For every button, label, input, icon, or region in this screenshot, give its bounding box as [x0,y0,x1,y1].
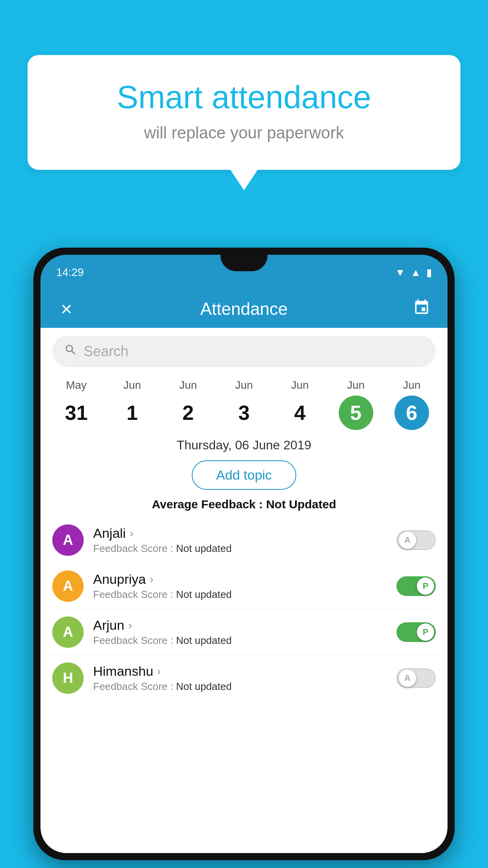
app-content: Search May31Jun1Jun2Jun3Jun4Jun5Jun6 Thu… [40,328,448,853]
avatar: A [52,570,84,602]
cal-date: 31 [59,395,94,430]
feedback-value: Not updated [176,634,232,646]
calendar-day[interactable]: May31 [57,379,96,430]
cal-date: 4 [283,395,317,430]
chevron-right-icon: › [128,619,132,632]
student-feedback: Feedback Score : Not updated [93,634,387,647]
student-name-text: Anupriya [93,572,146,587]
chevron-right-icon: › [150,573,153,586]
student-item[interactable]: HHimanshu ›Feedback Score : Not updatedA [48,655,440,701]
calendar-row: May31Jun1Jun2Jun3Jun4Jun5Jun6 [40,375,448,430]
avatar: H [52,662,84,694]
signal-icon: ▲ [411,267,421,279]
app-bar-title: Attendance [78,299,410,319]
calendar-day[interactable]: Jun3 [224,379,264,430]
cal-month: Jun [403,379,420,392]
toggle-knob: A [399,531,416,549]
cal-date: 1 [115,395,149,430]
search-icon [64,343,77,360]
speech-bubble: Smart attendance will replace your paper… [28,55,460,170]
selected-date-label: Thursday, 06 June 2019 [40,430,448,456]
student-info: Anupriya ›Feedback Score : Not updated [93,572,387,601]
speech-bubble-subtitle: will replace your paperwork [59,123,429,142]
toggle-knob: P [417,577,434,595]
avatar: A [52,524,84,556]
app-bar: × Attendance [40,290,448,328]
student-name: Anupriya › [93,572,387,587]
cal-date: 5 [339,395,373,430]
student-item[interactable]: AAnjali ›Feedback Score : Not updatedA [48,517,440,563]
student-name: Arjun › [93,618,387,633]
feedback-value: Not updated [176,542,232,554]
battery-icon: ▮ [426,267,432,279]
cal-month: Jun [179,379,197,392]
cal-month: Jun [291,379,309,392]
student-list: AAnjali ›Feedback Score : Not updatedAAA… [40,517,448,701]
add-topic-button[interactable]: Add topic [192,460,296,490]
search-bar[interactable]: Search [52,336,436,367]
toggle-knob: A [399,669,416,687]
student-info: Anjali ›Feedback Score : Not updated [93,526,387,555]
feedback-value: Not updated [176,680,232,692]
student-feedback: Feedback Score : Not updated [93,542,387,555]
avatar: A [52,616,84,648]
student-name: Anjali › [93,526,387,541]
chevron-right-icon: › [157,665,161,678]
cal-date: 6 [394,395,429,430]
student-info: Arjun ›Feedback Score : Not updated [93,618,387,647]
phone-screen: 14:29 ▼ ▲ ▮ × Attendance [40,255,448,853]
attendance-toggle[interactable]: P [396,576,436,596]
chevron-right-icon: › [130,527,133,540]
calendar-day[interactable]: Jun5 [336,379,376,430]
student-info: Himanshu ›Feedback Score : Not updated [93,664,387,693]
wifi-icon: ▼ [395,267,405,279]
status-icons: ▼ ▲ ▮ [395,267,432,279]
avg-feedback: Average Feedback : Not Updated [40,494,448,517]
notch [220,255,268,271]
phone-frame: 14:29 ▼ ▲ ▮ × Attendance [33,248,455,860]
attendance-toggle[interactable]: A [396,530,436,550]
attendance-toggle[interactable]: P [396,622,436,642]
cal-date: 2 [171,395,205,430]
cal-month: May [66,379,87,392]
status-time: 14:29 [56,266,84,279]
cal-month: Jun [123,379,141,392]
toggle-knob: P [417,623,434,641]
attendance-toggle[interactable]: A [396,668,436,688]
calendar-day[interactable]: Jun6 [392,379,431,430]
student-name-text: Arjun [93,618,124,633]
avg-feedback-value: Not Updated [266,498,336,511]
phone-inner: 14:29 ▼ ▲ ▮ × Attendance [40,255,448,853]
student-name: Himanshu › [93,664,387,679]
calendar-day[interactable]: Jun2 [169,379,208,430]
cal-month: Jun [235,379,253,392]
avg-feedback-label: Average Feedback : [152,498,266,511]
cal-date: 3 [227,395,261,430]
calendar-day[interactable]: Jun4 [280,379,319,430]
student-item[interactable]: AArjun ›Feedback Score : Not updatedP [48,609,440,655]
search-placeholder: Search [84,343,128,360]
feedback-value: Not updated [176,588,232,600]
student-item[interactable]: AAnupriya ›Feedback Score : Not updatedP [48,563,440,609]
student-feedback: Feedback Score : Not updated [93,680,387,693]
student-feedback: Feedback Score : Not updated [93,588,387,601]
speech-bubble-title: Smart attendance [59,79,429,116]
close-icon[interactable]: × [55,298,78,320]
calendar-day[interactable]: Jun1 [112,379,152,430]
student-name-text: Anjali [93,526,126,541]
status-bar: 14:29 ▼ ▲ ▮ [40,255,448,290]
student-name-text: Himanshu [93,664,153,679]
calendar-icon[interactable] [410,299,433,320]
speech-bubble-container: Smart attendance will replace your paper… [28,55,460,170]
cal-month: Jun [347,379,365,392]
